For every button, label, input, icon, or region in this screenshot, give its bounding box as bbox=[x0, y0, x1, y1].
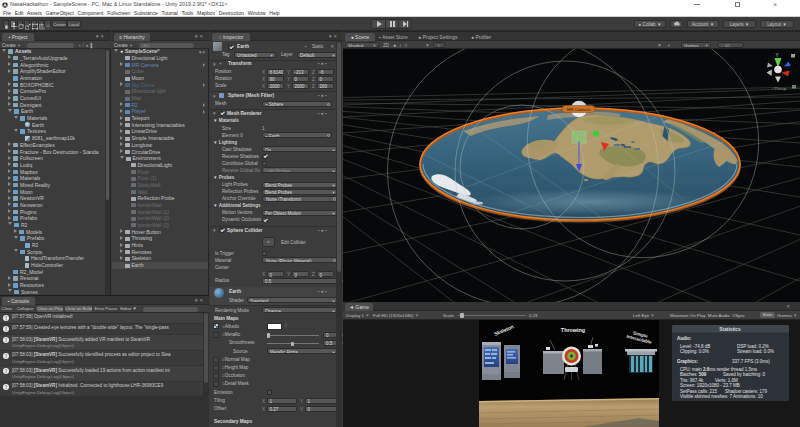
svg-text:Statistics: Statistics bbox=[719, 327, 741, 332]
svg-text:Saved by batching: 0: Saved by batching: 0 bbox=[723, 372, 766, 377]
svg-text:Screen: 1920x1080 - 23.7 MB: Screen: 1920x1080 - 23.7 MB bbox=[680, 383, 740, 388]
svg-text:Batches: 509: Batches: 509 bbox=[680, 372, 707, 377]
svg-text:CPU: main 2.6ms render thread: CPU: main 2.6ms render thread 1.5ms bbox=[680, 367, 758, 372]
svg-text:Throwing: Throwing bbox=[561, 327, 585, 333]
svg-text:SetPass calls: 215: SetPass calls: 215 bbox=[680, 389, 718, 394]
svg-text:Visible skinned meshes: 7 Ani: Visible skinned meshes: 7 Animations: 10 bbox=[680, 394, 763, 399]
svg-text:Tris: 967.4k: Tris: 967.4k bbox=[680, 378, 704, 383]
svg-text:Clipping: 0.0%: Clipping: 0.0% bbox=[680, 349, 709, 354]
svg-text:MR Camera: MR Camera bbox=[567, 107, 591, 112]
svg-text:Graphics:: Graphics: bbox=[677, 359, 699, 364]
svg-text:Y: Y bbox=[775, 53, 778, 58]
svg-text:Level: -74.8 dB: Level: -74.8 dB bbox=[680, 344, 710, 349]
svg-text:337.7 FPS (3.0ms): 337.7 FPS (3.0ms) bbox=[732, 359, 770, 364]
svg-text:Stream load: 0.0%: Stream load: 0.0% bbox=[737, 349, 774, 354]
svg-text:Shadow casters: 179: Shadow casters: 179 bbox=[725, 389, 768, 394]
svg-text:Verts: 1.0M: Verts: 1.0M bbox=[715, 378, 738, 383]
svg-text:DSP load: 0.2%: DSP load: 0.2% bbox=[737, 344, 769, 349]
svg-text:Audio:: Audio: bbox=[677, 336, 692, 341]
svg-text:‹ Persp: ‹ Persp bbox=[772, 86, 787, 91]
